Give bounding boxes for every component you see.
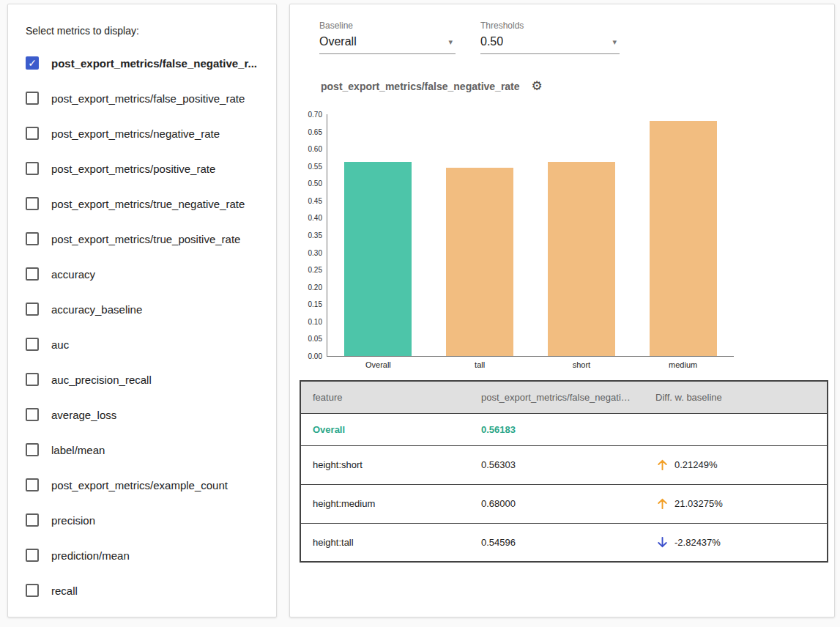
metric-checkbox-item[interactable]: accuracy_baseline	[8, 292, 276, 327]
y-axis-tick-label: 0.50	[308, 179, 322, 188]
y-axis-tick-label: 0.05	[308, 335, 322, 343]
y-axis-tick-label: 0.70	[308, 111, 322, 119]
feature-cell: height:medium	[300, 484, 469, 523]
chart-header: post_export_metrics/false_negative_rate …	[321, 80, 543, 92]
up-arrow-icon	[655, 497, 669, 511]
checkbox-unchecked-icon[interactable]	[26, 338, 39, 351]
metric-checkbox-item[interactable]: recall	[8, 573, 276, 608]
metric-checkbox-item[interactable]: prediction/mean	[8, 538, 276, 573]
metric-label: post_export_metrics/example_count	[51, 479, 228, 491]
metric-panel-title: Select metrics to display:	[26, 25, 259, 37]
checkbox-unchecked-icon[interactable]	[26, 584, 39, 597]
checkbox-unchecked-icon[interactable]	[26, 197, 39, 210]
y-axis-tick-label: 0.45	[308, 196, 322, 204]
gear-icon[interactable]: ⚙	[532, 80, 543, 92]
diff-cell: 0.21249%	[644, 445, 828, 484]
y-axis-tick-label: 0.55	[308, 162, 322, 170]
metric-value-cell: 0.56183	[469, 413, 644, 445]
feature-cell: Overall	[300, 413, 469, 445]
y-axis-tick-label: 0.20	[308, 283, 322, 291]
baseline-dropdown: Baseline Overall ▾	[319, 21, 456, 54]
metrics-table: featurepost_export_metrics/false_negativ…	[300, 380, 828, 563]
x-axis-category-label: short	[531, 360, 633, 369]
metric-checkbox-item[interactable]: label/mean	[8, 432, 276, 467]
diff-value: -2.82437%	[674, 537, 721, 548]
metric-value-cell: 0.56303	[469, 445, 644, 484]
checkbox-unchecked-icon[interactable]	[26, 162, 39, 175]
checkbox-unchecked-icon[interactable]	[26, 303, 39, 316]
metric-checkbox-item[interactable]: average_loss	[8, 397, 276, 432]
y-axis-tick-label: 0.30	[308, 248, 322, 256]
table-header-cell: Diff. w. baseline	[644, 381, 828, 413]
checkbox-unchecked-icon[interactable]	[26, 267, 39, 281]
checkbox-unchecked-icon[interactable]	[26, 513, 39, 527]
table-header-cell: post_export_metrics/false_negative_rat..…	[469, 381, 644, 413]
table-row[interactable]: height:tall0.54596-2.82437%	[300, 523, 828, 562]
feature-cell: height:short	[300, 445, 469, 484]
metric-checkbox-item[interactable]: auc	[8, 327, 276, 362]
metric-checkbox-item[interactable]: post_export_metrics/positive_rate	[8, 151, 276, 186]
table-row[interactable]: Overall0.56183	[300, 413, 828, 445]
y-axis-tick-label: 0.40	[308, 214, 322, 222]
bar-short[interactable]	[548, 162, 615, 356]
bar-chart: 0.000.050.100.150.200.250.300.350.400.45…	[327, 114, 734, 357]
metric-label: precision	[51, 514, 95, 527]
diff-cell: 21.03275%	[644, 484, 828, 523]
checkbox-checked-icon[interactable]: ✓	[26, 56, 39, 70]
table-row[interactable]: height:medium0.6800021.03275%	[300, 484, 828, 523]
diff-cell	[644, 413, 828, 445]
metric-label: auc_precision_recall	[51, 374, 152, 386]
checkbox-unchecked-icon[interactable]	[26, 92, 39, 105]
checkbox-unchecked-icon[interactable]	[26, 127, 39, 140]
metric-value-cell: 0.54596	[469, 523, 644, 562]
metric-label: post_export_metrics/true_negative_rate	[51, 198, 245, 210]
diff-value: 21.03275%	[674, 498, 723, 509]
table-row[interactable]: height:short0.563030.21249%	[300, 445, 828, 484]
metric-label: prediction/mean	[51, 549, 130, 562]
x-axis-category-label: tall	[429, 360, 531, 369]
checkbox-unchecked-icon[interactable]	[26, 232, 39, 245]
metric-checkbox-item[interactable]: post_export_metrics/true_positive_rate	[8, 221, 276, 256]
metric-label: post_export_metrics/false_positive_rate	[51, 92, 245, 105]
metric-value-cell: 0.68000	[469, 484, 644, 523]
metric-checkbox-item[interactable]: post_export_metrics/negative_rate	[8, 116, 276, 151]
checkbox-unchecked-icon[interactable]	[26, 373, 39, 386]
checkbox-unchecked-icon[interactable]	[26, 549, 39, 562]
metric-label: post_export_metrics/false_negative_r...	[51, 57, 257, 70]
y-axis-tick-label: 0.00	[308, 352, 322, 360]
checkbox-unchecked-icon[interactable]	[26, 478, 39, 491]
y-axis-tick-label: 0.15	[308, 300, 322, 308]
checkbox-unchecked-icon[interactable]	[26, 408, 39, 421]
baseline-select[interactable]: Overall ▾	[319, 33, 456, 54]
metric-checkbox-item[interactable]: precision	[8, 502, 276, 538]
chart-title: post_export_metrics/false_negative_rate	[321, 81, 520, 92]
baseline-selected-value: Overall	[319, 35, 357, 48]
y-axis-tick-label: 0.65	[308, 127, 322, 136]
metric-checkbox-item[interactable]: post_export_metrics/false_positive_rate	[8, 81, 276, 116]
metric-checkbox-item[interactable]: post_export_metrics/true_negative_rate	[8, 186, 276, 221]
metric-label: accuracy_baseline	[51, 303, 142, 316]
chevron-down-icon: ▾	[612, 37, 617, 47]
metric-list: ✓post_export_metrics/false_negative_r...…	[8, 45, 276, 608]
metric-checkbox-item[interactable]: auc_precision_recall	[8, 362, 276, 397]
metric-checkbox-item[interactable]: ✓post_export_metrics/false_negative_r...	[8, 45, 276, 81]
metrics-main-panel: Baseline Overall ▾ Thresholds 0.50 ▾ pos…	[289, 4, 835, 617]
x-axis-category-label: medium	[632, 360, 734, 369]
bar-tall[interactable]	[446, 168, 513, 356]
bar-slot: medium	[632, 114, 734, 356]
metric-checkbox-item[interactable]: accuracy	[8, 256, 276, 292]
feature-cell: height:tall	[300, 523, 469, 562]
metric-checkbox-item[interactable]: post_export_metrics/example_count	[8, 467, 276, 502]
thresholds-select[interactable]: 0.50 ▾	[480, 33, 620, 54]
metric-label: recall	[51, 585, 78, 597]
thresholds-dropdown: Thresholds 0.50 ▾	[480, 21, 620, 54]
diff-value: 0.21249%	[674, 459, 718, 470]
diff-cell: -2.82437%	[644, 523, 828, 562]
bar-Overall[interactable]	[344, 162, 412, 356]
checkbox-unchecked-icon[interactable]	[26, 443, 39, 456]
metric-label: post_export_metrics/negative_rate	[51, 127, 220, 140]
y-axis-tick-label: 0.25	[308, 266, 322, 274]
bar-medium[interactable]	[650, 121, 717, 356]
bar-slot: Overall	[327, 114, 429, 356]
thresholds-label: Thresholds	[480, 21, 620, 31]
